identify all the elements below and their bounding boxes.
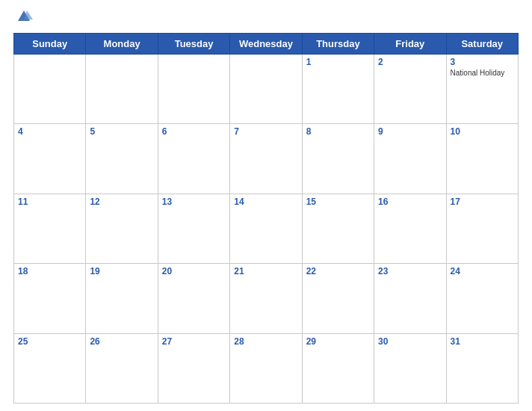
- calendar-cell: 11: [14, 194, 86, 263]
- calendar-cell: [86, 55, 158, 124]
- day-number: 20: [162, 266, 226, 276]
- calendar-cell: 9: [374, 124, 446, 194]
- day-number: 13: [162, 197, 226, 207]
- calendar-cell: 22: [302, 264, 374, 333]
- calendar-header: [13, 7, 519, 28]
- calendar-cell: [230, 55, 302, 124]
- day-number: 3: [451, 57, 514, 67]
- calendar-cell: 25: [14, 333, 86, 403]
- calendar-cell: 1: [302, 55, 374, 124]
- calendar-cell: 12: [86, 194, 158, 263]
- weekday-tuesday: Tuesday: [158, 34, 229, 55]
- calendar-cell: 10: [446, 124, 518, 194]
- calendar-cell: 21: [230, 264, 302, 333]
- day-number: 8: [306, 126, 370, 137]
- day-number: 25: [18, 336, 81, 347]
- weekday-header-row: SundayMondayTuesdayWednesdayThursdayFrid…: [14, 34, 519, 55]
- weekday-friday: Friday: [374, 34, 446, 55]
- week-row-4: 18192021222324: [14, 264, 519, 333]
- calendar-cell: 29: [302, 333, 374, 403]
- day-number: 22: [306, 266, 370, 276]
- week-row-2: 45678910: [14, 124, 519, 194]
- calendar-cell: 3National Holiday: [446, 55, 518, 124]
- calendar-cell: 27: [158, 333, 229, 403]
- calendar-cell: 17: [446, 194, 518, 263]
- calendar-cell: [158, 55, 229, 124]
- calendar-cell: 19: [86, 264, 158, 333]
- day-number: 17: [451, 197, 514, 207]
- calendar-cell: 7: [230, 124, 302, 194]
- weekday-sunday: Sunday: [14, 34, 86, 55]
- day-number: 15: [306, 197, 370, 207]
- calendar-table: SundayMondayTuesdayWednesdayThursdayFrid…: [13, 33, 519, 404]
- day-number: 26: [90, 336, 153, 347]
- calendar-cell: 23: [374, 264, 446, 333]
- day-number: 5: [90, 126, 153, 137]
- day-number: 14: [234, 197, 297, 207]
- day-number: 12: [90, 197, 153, 207]
- calendar-header-row: SundayMondayTuesdayWednesdayThursdayFrid…: [14, 34, 519, 55]
- day-number: 16: [378, 197, 442, 207]
- day-number: 19: [90, 266, 153, 276]
- weekday-wednesday: Wednesday: [230, 34, 302, 55]
- day-number: 29: [306, 336, 370, 347]
- generalblue-logo-icon: [13, 7, 34, 28]
- weekday-saturday: Saturday: [446, 34, 518, 55]
- day-number: 23: [378, 266, 442, 276]
- logo: [13, 7, 37, 28]
- day-number: 30: [378, 336, 442, 347]
- calendar-cell: 31: [446, 333, 518, 403]
- day-number: 4: [18, 126, 81, 137]
- calendar-cell: 16: [374, 194, 446, 263]
- calendar-cell: 26: [86, 333, 158, 403]
- calendar-cell: 18: [14, 264, 86, 333]
- calendar-cell: 15: [302, 194, 374, 263]
- weekday-thursday: Thursday: [302, 34, 374, 55]
- day-number: 7: [234, 126, 297, 137]
- day-number: 28: [234, 336, 297, 347]
- week-row-1: 123National Holiday: [14, 55, 519, 124]
- day-number: 24: [451, 266, 514, 276]
- calendar-cell: 13: [158, 194, 229, 263]
- day-number: 9: [378, 126, 442, 137]
- calendar-cell: 20: [158, 264, 229, 333]
- day-number: 21: [234, 266, 297, 276]
- day-number: 27: [162, 336, 226, 347]
- calendar-cell: 2: [374, 55, 446, 124]
- day-number: 11: [18, 197, 81, 207]
- week-row-5: 25262728293031: [14, 333, 519, 403]
- day-number: 1: [306, 57, 370, 67]
- day-event: National Holiday: [451, 69, 514, 77]
- day-number: 31: [451, 336, 514, 347]
- day-number: 6: [162, 126, 226, 137]
- calendar-body: 123National Holiday456789101112131415161…: [14, 55, 519, 404]
- calendar-cell: 6: [158, 124, 229, 194]
- calendar-cell: 30: [374, 333, 446, 403]
- calendar-cell: 28: [230, 333, 302, 403]
- week-row-3: 11121314151617: [14, 194, 519, 263]
- calendar-cell: 24: [446, 264, 518, 333]
- day-number: 2: [378, 57, 442, 67]
- calendar-cell: 8: [302, 124, 374, 194]
- calendar-cell: [14, 55, 86, 124]
- day-number: 10: [451, 126, 514, 137]
- weekday-monday: Monday: [86, 34, 158, 55]
- calendar-cell: 14: [230, 194, 302, 263]
- calendar-cell: 4: [14, 124, 86, 194]
- calendar-cell: 5: [86, 124, 158, 194]
- day-number: 18: [18, 266, 81, 276]
